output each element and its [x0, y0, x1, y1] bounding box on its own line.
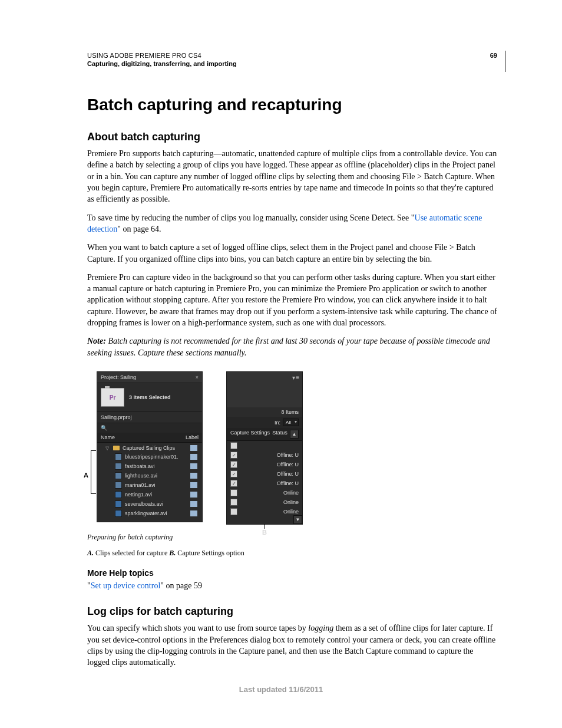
callout-bracket — [91, 450, 96, 494]
clip-row[interactable]: fastboats.avi — [97, 462, 202, 471]
panel-tab[interactable]: Project: Sailing × — [97, 372, 202, 383]
more-help-heading: More Help topics — [87, 568, 497, 578]
checkbox[interactable] — [230, 489, 237, 496]
bin-row[interactable]: ▽ Captured Sailing Clips — [97, 444, 202, 452]
body-paragraph: To save time by reducing the number of c… — [87, 212, 497, 235]
checkbox[interactable]: ✓ — [230, 480, 237, 487]
key-b: B. — [169, 549, 176, 557]
key-a-text: Clips selected for capture — [94, 549, 169, 557]
checkbox[interactable]: ✓ — [230, 452, 237, 459]
text: You can specify which shots you want to … — [87, 624, 308, 633]
label-swatch — [190, 501, 197, 507]
status-text: Offline: U — [277, 480, 299, 486]
clip-name: lighthouse.avi — [125, 473, 157, 479]
label-swatch — [190, 445, 197, 451]
clip-name: severalboats.avi — [125, 501, 163, 507]
clip-row[interactable]: sparklingwater.avi — [97, 509, 202, 518]
status-text: Online — [283, 490, 299, 496]
link-device-control[interactable]: Set up device control — [91, 581, 161, 590]
close-icon[interactable]: × — [196, 374, 199, 380]
callout-a: A — [84, 472, 88, 479]
footer-updated: Last updated 11/6/2011 — [0, 685, 562, 694]
text: To save time by reducing the number of c… — [87, 213, 415, 222]
status-text: Offline: U — [277, 471, 299, 477]
checkbox[interactable]: ✓ — [230, 461, 237, 468]
text: " on page 64. — [117, 225, 161, 233]
body-paragraph: Premiere Pro supports batch capturing—au… — [87, 148, 497, 205]
checkbox[interactable]: ✓ — [230, 470, 237, 477]
checkbox[interactable] — [230, 499, 237, 506]
panel-menu-icon[interactable]: ▾≡ — [292, 374, 300, 381]
col-status[interactable]: Status — [272, 430, 287, 439]
status-row[interactable]: ✓Offline: U — [227, 479, 302, 488]
checkbox[interactable] — [230, 508, 237, 515]
disclosure-triangle-icon[interactable]: ▽ — [105, 446, 110, 451]
clip-row[interactable]: marina01.avi — [97, 480, 202, 490]
scroll-up-icon[interactable]: ▲ — [290, 430, 299, 439]
label-swatch — [190, 463, 197, 469]
clip-row[interactable]: lighthouse.avi — [97, 471, 202, 480]
item-count: 8 Items — [227, 407, 302, 417]
project-file-row[interactable]: Sailing.prproj — [97, 411, 202, 423]
thumbnail-label: Pr — [110, 394, 116, 401]
running-header: USING ADOBE PREMIERE PRO CS4 Capturing, … — [87, 52, 497, 67]
project-file-name: Sailing.prproj — [101, 414, 132, 420]
page-title: Batch capturing and recapturing — [87, 95, 497, 114]
figure-panels: Project: Sailing × Pr 3 Items Selected S… — [97, 371, 303, 525]
status-row[interactable]: Online — [227, 498, 302, 507]
selection-info: 3 Items Selected — [129, 394, 171, 400]
clip-icon — [115, 510, 122, 517]
status-rows: ✓Offline: U ✓Offline: U ✓Offline: U ✓Off… — [227, 441, 302, 516]
col-name[interactable]: Name — [101, 434, 115, 440]
figure: A Project: Sailing × Pr 3 Items Selected… — [97, 368, 303, 525]
page-number: 69 — [490, 52, 497, 59]
section-log-heading: Log clips for batch capturing — [87, 605, 497, 618]
project-panel: Project: Sailing × Pr 3 Items Selected S… — [97, 371, 203, 522]
thumbnail-row: Pr 3 Items Selected — [97, 383, 202, 411]
col-label[interactable]: Label — [186, 434, 199, 440]
clip-icon — [115, 453, 122, 460]
status-row[interactable]: ✓Offline: U — [227, 460, 302, 469]
clip-row[interactable]: severalboats.avi — [97, 499, 202, 509]
status-text: Offline: U — [277, 452, 299, 458]
body-paragraph: Premiere Pro can capture video in the ba… — [87, 272, 497, 329]
section-about-heading: About batch capturing — [87, 131, 497, 143]
checkbox[interactable] — [230, 442, 237, 449]
status-row[interactable] — [227, 441, 302, 450]
in-dropdown[interactable]: All — [283, 419, 299, 426]
figure-key: A. Clips selected for capture B. Capture… — [87, 549, 497, 558]
filter-row: In: All — [227, 417, 302, 428]
in-label: In: — [275, 420, 280, 426]
status-row[interactable]: Online — [227, 507, 302, 516]
label-swatch — [190, 492, 197, 498]
callout-tick — [265, 524, 265, 529]
clip-name: fastboats.avi — [125, 463, 155, 469]
note-label: Note: — [87, 337, 106, 345]
more-help-item: "Set up device control" on page 59 — [87, 580, 497, 591]
label-swatch — [190, 510, 197, 516]
clip-icon — [115, 472, 122, 479]
col-capture-settings[interactable]: Capture Settings — [230, 430, 270, 439]
status-text: Offline: U — [277, 462, 299, 467]
scroll-down-icon[interactable]: ▼ — [293, 515, 302, 524]
status-row[interactable]: ✓Offline: U — [227, 469, 302, 479]
status-row[interactable]: ✓Offline: U — [227, 450, 302, 460]
in-value: All — [286, 420, 291, 425]
clip-row[interactable]: netting1.avi — [97, 490, 202, 499]
bin-name: Captured Sailing Clips — [123, 445, 175, 451]
callout-b: B — [262, 529, 267, 536]
key-a: A. — [87, 549, 94, 557]
clip-icon — [115, 482, 122, 489]
capture-settings-panel: ▾≡ 8 Items In: All Capture Settings Stat… — [226, 371, 303, 525]
clip-name: bluestripespinnaker01. — [125, 454, 178, 460]
folder-icon — [113, 446, 120, 450]
clip-name: sparklingwater.avi — [125, 510, 167, 516]
status-row[interactable]: Online — [227, 488, 302, 498]
figure-caption: Preparing for batch capturing — [87, 533, 497, 542]
clip-row[interactable]: bluestripespinnaker01. — [97, 452, 202, 462]
clip-icon — [115, 491, 122, 498]
search-icon: 🔍 — [101, 425, 107, 431]
body-paragraph: When you want to batch capture a set of … — [87, 242, 497, 265]
project-thumbnail: Pr — [101, 388, 124, 407]
search-row[interactable]: 🔍 — [97, 423, 202, 433]
